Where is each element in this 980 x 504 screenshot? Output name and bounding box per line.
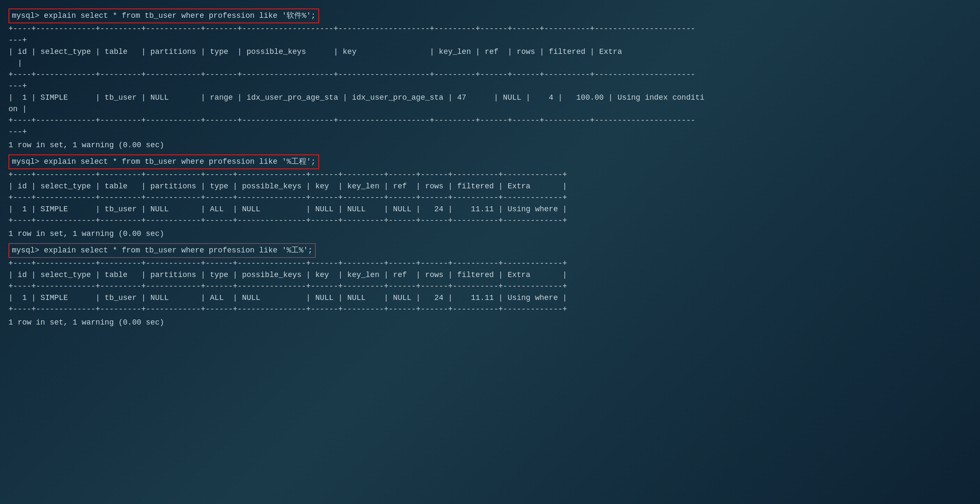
separator-3a: +----+-------------+---------+----------… — [8, 258, 972, 269]
header-2: | id | select_type | table | partitions … — [8, 181, 972, 192]
separator-2c: +----+-------------+---------+----------… — [8, 215, 972, 227]
separator-1c-cont: ---+ — [8, 126, 972, 138]
data-row-2: | 1 | SIMPLE | tb_user | NULL | ALL | NU… — [8, 204, 972, 215]
header-1: | id | select_type | table | partitions … — [8, 46, 972, 58]
separator-2b: +----+-------------+---------+----------… — [8, 192, 972, 204]
terminal: mysql> explain select * from tb_user whe… — [0, 4, 980, 504]
sql-command-1: mysql> explain select * from tb_user whe… — [8, 8, 972, 23]
sql-command-2: mysql> explain select * from tb_user whe… — [8, 154, 972, 169]
query-block-2: mysql> explain select * from tb_user whe… — [8, 154, 972, 240]
data-row-1-cont: on | — [8, 104, 972, 115]
result-2: 1 row in set, 1 warning (0.00 sec) — [8, 228, 972, 240]
query-block-3: mysql> explain select * from tb_user whe… — [8, 243, 972, 328]
sql-command-3: mysql> explain select * from tb_user whe… — [8, 243, 972, 258]
separator-3c: +----+-------------+---------+----------… — [8, 304, 972, 315]
result-1: 1 row in set, 1 warning (0.00 sec) — [8, 140, 972, 151]
separator-2a: +----+-------------+---------+----------… — [8, 169, 972, 181]
separator-1c: +----+-------------+---------+----------… — [8, 115, 972, 126]
separator-3b: +----+-------------+---------+----------… — [8, 281, 972, 292]
header-1-cont: | — [8, 58, 972, 69]
query-block-1: mysql> explain select * from tb_user whe… — [8, 8, 972, 151]
separator-1a: +----+-------------+---------+----------… — [8, 23, 972, 35]
data-row-3: | 1 | SIMPLE | tb_user | NULL | ALL | NU… — [8, 292, 972, 304]
separator-1a-cont: ---+ — [8, 35, 972, 46]
header-3: | id | select_type | table | partitions … — [8, 269, 972, 281]
result-3: 1 row in set, 1 warning (0.00 sec) — [8, 317, 972, 328]
data-row-1: | 1 | SIMPLE | tb_user | NULL | range | … — [8, 92, 972, 104]
separator-1b: +----+-------------+---------+----------… — [8, 69, 972, 81]
separator-1b-cont: ---+ — [8, 81, 972, 92]
